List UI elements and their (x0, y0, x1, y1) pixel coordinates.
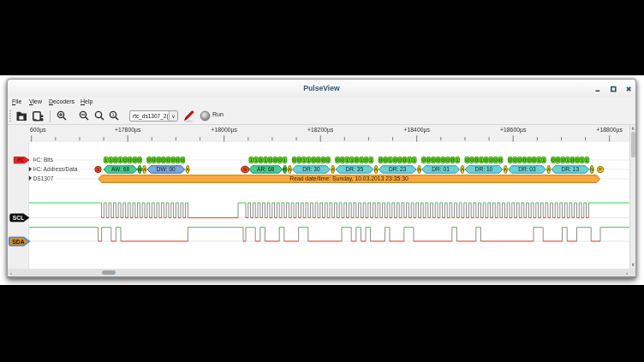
svg-text:+18400µs: +18400µs (404, 127, 431, 134)
svg-text:A: A (547, 167, 551, 172)
svg-text:0: 0 (384, 157, 387, 163)
svg-text:0: 0 (167, 157, 170, 163)
svg-text:+17800µs: +17800µs (115, 127, 141, 134)
svg-text:0: 0 (341, 157, 344, 163)
svg-text:0: 0 (317, 157, 320, 163)
svg-text:S: S (97, 167, 100, 172)
svg-text:1: 1 (389, 157, 392, 163)
svg-text:I²C: Bits: I²C: Bits (33, 157, 54, 163)
svg-text:0: 0 (518, 157, 522, 163)
svg-text:0: 0 (152, 157, 156, 163)
svg-text:A: A (418, 167, 421, 172)
svg-text:1: 1 (110, 157, 113, 163)
svg-text:A: A (186, 167, 189, 172)
svg-text:1: 1 (254, 157, 258, 163)
svg-text:I²C: I²C (17, 157, 23, 163)
svg-text:1: 1 (111, 112, 114, 117)
svg-text:0: 0 (575, 157, 579, 163)
svg-text:0: 0 (509, 157, 512, 163)
svg-text:0: 0 (528, 157, 531, 163)
svg-text:DR: 10: DR: 10 (475, 166, 493, 172)
svg-text:0: 0 (446, 157, 450, 163)
svg-text:0: 0 (128, 157, 132, 163)
svg-text:0: 0 (171, 157, 175, 163)
svg-text:+18200µs: +18200µs (307, 127, 334, 134)
svg-text:0: 0 (147, 157, 151, 163)
svg-text:Read date/time: Sunday, 10.03.: Read date/time: Sunday, 10.03.2013 23:35… (289, 175, 408, 182)
svg-text:1: 1 (264, 157, 267, 163)
svg-text:I²C: Address/Data: I²C: Address/Data (33, 166, 78, 172)
svg-text:0: 0 (451, 157, 455, 163)
svg-text:1: 1 (302, 157, 306, 163)
svg-text:0: 0 (336, 157, 339, 163)
svg-text:0: 0 (162, 157, 165, 163)
svg-text:AR: 68: AR: 68 (257, 166, 274, 172)
svg-text:1: 1 (566, 157, 569, 163)
svg-text:DR: 30: DR: 30 (302, 166, 320, 172)
svg-text:DR: 35: DR: 35 (346, 166, 364, 172)
svg-text:0: 0 (432, 157, 435, 163)
svg-text:0: 0 (475, 157, 479, 163)
svg-text:0: 0 (523, 157, 527, 163)
svg-text:1: 1 (350, 157, 354, 163)
svg-text:1: 1 (104, 157, 108, 163)
svg-text:0: 0 (176, 157, 180, 163)
svg-text:SCL: SCL (13, 215, 25, 221)
svg-text:1: 1 (346, 157, 349, 163)
svg-text:1: 1 (283, 157, 287, 163)
svg-text:DS1307: DS1307 (33, 175, 54, 181)
svg-text:1: 1 (456, 157, 459, 163)
svg-text:0: 0 (394, 157, 397, 163)
svg-text:A: A (461, 167, 464, 172)
svg-text:0: 0 (557, 157, 560, 163)
svg-text:P: P (599, 167, 602, 172)
svg-text:0: 0 (485, 157, 488, 163)
svg-text:0: 0 (422, 157, 426, 163)
svg-text:1: 1 (119, 157, 122, 163)
svg-text:0: 0 (134, 157, 137, 163)
svg-text:1: 1 (370, 157, 373, 163)
svg-text:0: 0 (514, 157, 517, 163)
svg-text:1: 1 (307, 157, 311, 163)
svg-text:A: A (143, 167, 146, 172)
svg-text:1: 1 (538, 157, 541, 163)
svg-text:+18600µs: +18600µs (500, 127, 527, 134)
svg-text:DR: 03: DR: 03 (518, 166, 536, 172)
svg-text:0: 0 (138, 157, 141, 163)
svg-text:0: 0 (322, 157, 325, 163)
svg-text:W: W (138, 167, 142, 172)
svg-text:A: A (504, 167, 508, 172)
svg-text:0: 0 (365, 157, 368, 163)
svg-text:0: 0 (293, 157, 296, 163)
svg-text:600µs: 600µs (30, 127, 46, 134)
svg-text:1: 1 (586, 157, 589, 163)
svg-text:0: 0 (312, 157, 315, 163)
svg-text:R: R (283, 167, 287, 172)
svg-text:0: 0 (427, 157, 431, 163)
svg-text:DR: 01: DR: 01 (432, 166, 450, 172)
svg-text:0: 0 (274, 157, 277, 163)
svg-text:A: A (374, 167, 378, 172)
svg-text:0: 0 (552, 157, 555, 163)
svg-text:0: 0 (490, 157, 493, 163)
svg-text:0: 0 (278, 157, 282, 163)
svg-text:0: 0 (379, 157, 383, 163)
svg-text:0: 0 (259, 157, 263, 163)
svg-text:0: 0 (470, 157, 474, 163)
svg-text:A: A (289, 167, 292, 172)
svg-text:0: 0 (114, 157, 117, 163)
svg-text:Sr: Sr (243, 168, 247, 172)
svg-text:0: 0 (123, 157, 127, 163)
svg-text:0: 0 (571, 157, 575, 163)
svg-text:0: 0 (494, 157, 498, 163)
svg-text:0: 0 (499, 157, 503, 163)
svg-text:0: 0 (326, 157, 330, 163)
svg-text:1: 1 (360, 157, 363, 163)
svg-text:0: 0 (466, 157, 469, 163)
svg-text:0: 0 (442, 157, 445, 163)
svg-text:1: 1 (250, 157, 253, 163)
svg-text:AW: 68: AW: 68 (111, 166, 130, 172)
svg-text:0: 0 (562, 157, 565, 163)
svg-text:DW: 00: DW: 00 (157, 166, 176, 172)
svg-text:+18800µs: +18800µs (597, 127, 623, 134)
